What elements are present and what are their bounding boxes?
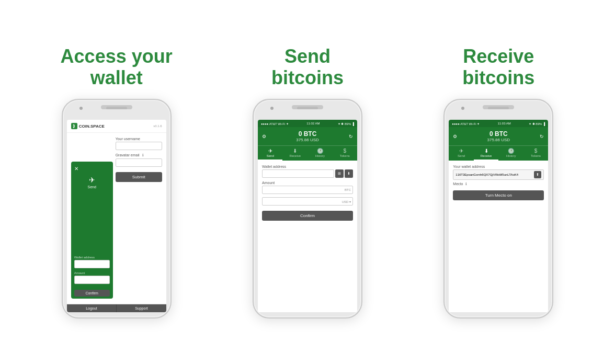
phone-receive: ●●●● AT&T Wi-Fi ✦ 11:03 AM ✦ ✱ 89% ▐ ⚙ 0…: [443, 99, 553, 318]
p3-send-tab-icon: ✈: [459, 148, 463, 154]
btc-amount-row: BTC: [262, 186, 353, 194]
wallet-address-display: 116T3EpsanGxmh6QX7QjVWxM5unLTAoK4 ⬆: [453, 169, 544, 180]
username-label: Your username: [116, 137, 162, 141]
gravatar-input[interactable]: [116, 158, 162, 167]
phone1-app-content: Your username Gravatar email ℹ Submit: [111, 133, 166, 304]
p3-history-tab-label: History: [506, 154, 516, 157]
btc-amount-input[interactable]: [262, 186, 353, 194]
section-title-wallet: Access your wallet: [61, 46, 173, 89]
section-send: Send bitcoins ●●●● AT&T Wi-Fi ✦ 11:02 AM…: [224, 46, 391, 319]
balance-btc: 0 BTC: [266, 130, 349, 138]
history-tab-icon: 🕐: [317, 148, 323, 154]
phone-inner-receive: ●●●● AT&T Wi-Fi ✦ 11:03 AM ✦ ✱ 89% ▐ ⚙ 0…: [449, 120, 548, 312]
phone-inner-wallet: ₿ COIN.SPACE v0.1.6 Your username Gravat…: [67, 120, 166, 312]
p3-balance-usd: 375.86 USD: [457, 138, 540, 142]
tokens-tab-label: Tokens: [340, 154, 350, 157]
sidebar-confirm-button[interactable]: Confirm: [74, 290, 110, 297]
p3-carrier-text: ●●●● AT&T Wi-Fi ✦: [452, 122, 480, 126]
amount-label-p2: Amount: [262, 181, 353, 185]
support-button[interactable]: Support: [117, 304, 166, 312]
p3-balance-btc: 0 BTC: [457, 130, 540, 138]
tokens-tab-icon: $: [343, 148, 346, 154]
section-wallet: Access your wallet ₿ COIN.SPACE v0.1.6: [33, 46, 200, 319]
section-title-send: Send bitcoins: [271, 46, 344, 89]
p3-tab-receive[interactable]: ⬇ Receive: [474, 146, 499, 161]
p3-settings-icon[interactable]: ⚙: [453, 134, 457, 139]
phone2-app-content: Wallet address ⊞ ⬇ Amount BTC USD ▾: [258, 161, 357, 312]
usd-amount-row: USD ▾: [262, 197, 353, 206]
mecto-help-icon: ℹ: [465, 182, 467, 186]
phone-inner-send: ●●●● AT&T Wi-Fi ✦ 11:02 AM ✦ ✱ 89% ▐ ⚙ 0…: [258, 120, 357, 312]
sidebar-close-icon[interactable]: ✕: [71, 166, 78, 172]
tab-send[interactable]: ✈ Send: [258, 146, 283, 161]
wallet-address-row: ⊞ ⬇: [262, 169, 353, 178]
send-tab-label: Send: [267, 154, 274, 157]
btc-label: BTC: [345, 188, 351, 191]
phone-wallet: ₿ COIN.SPACE v0.1.6 Your username Gravat…: [62, 99, 172, 318]
p3-receive-tab-icon: ⬇: [484, 148, 488, 154]
p3-receive-tab-label: Receive: [481, 154, 492, 157]
send-tab-icon: ✈: [268, 148, 272, 154]
phone3-nav-tabs: ✈ Send ⬇ Receive 🕐 History $ Tokens: [449, 145, 548, 161]
receive-tab-icon: ⬇: [293, 148, 297, 154]
p3-tab-send[interactable]: ✈ Send: [449, 146, 474, 161]
section-title-receive: Receive bitcoins: [462, 46, 534, 89]
sidebar-amount-input[interactable]: [74, 276, 110, 284]
tab-tokens[interactable]: $ Tokens: [332, 146, 357, 161]
phone3-app-header: ⚙ 0 BTC 375.86 USD ↻: [449, 127, 548, 145]
p3-battery-text: ✦ ✱ 89% ▐: [529, 122, 545, 126]
phone2-status-bar: ●●●● AT&T Wi-Fi ✦ 11:02 AM ✦ ✱ 89% ▐: [258, 120, 357, 127]
p3-history-tab-icon: 🕐: [508, 148, 514, 154]
wallet-address-value: 116T3EpsanGxmh6QX7QjVWxM5unLTAoK4: [455, 173, 533, 176]
tab-receive[interactable]: ⬇ Receive: [282, 146, 308, 161]
qr-scan-button[interactable]: ⊞: [335, 169, 344, 178]
phone2-speaker: [297, 107, 318, 109]
phone3-app-content: Your wallet address 116T3EpsanGxmh6QX7Qj…: [449, 161, 548, 312]
version-text: v0.1.6: [153, 124, 162, 128]
paste-address-button[interactable]: ⬇: [345, 169, 353, 178]
turn-mecto-button[interactable]: Turn Mecto on: [453, 190, 544, 200]
sidebar-wallet-label: Wallet address: [74, 256, 110, 259]
carrier-text: ●●●● AT&T Wi-Fi ✦: [261, 122, 289, 126]
copy-address-button[interactable]: ⬆: [534, 171, 541, 178]
page-wrapper: Access your wallet ₿ COIN.SPACE v0.1.6: [0, 0, 615, 364]
phone2-nav-tabs: ✈ Send ⬇ Receive 🕐 History $ Tokens: [258, 145, 357, 161]
gravatar-help-icon: ℹ: [142, 153, 144, 157]
phone3-status-bar: ●●●● AT&T Wi-Fi ✦ 11:03 AM ✦ ✱ 89% ▐: [449, 120, 548, 127]
usd-amount-input[interactable]: [262, 197, 353, 206]
wallet-address-input[interactable]: [262, 169, 334, 178]
username-input[interactable]: [116, 142, 162, 150]
submit-button[interactable]: Submit: [116, 172, 162, 182]
gravatar-label: Gravatar email ℹ: [116, 153, 162, 157]
section-receive: Receive bitcoins ●●●● AT&T Wi-Fi ✦ 11:03…: [415, 46, 582, 319]
p3-tab-tokens[interactable]: $ Tokens: [523, 146, 549, 161]
sidebar-send-item[interactable]: ✈ Send: [87, 176, 96, 189]
settings-icon[interactable]: ⚙: [262, 134, 266, 139]
your-wallet-label: Your wallet address: [453, 165, 544, 168]
logout-button[interactable]: Logout: [67, 304, 117, 312]
tab-history[interactable]: 🕐 History: [308, 146, 333, 161]
p3-balance-display: 0 BTC 375.86 USD: [457, 130, 540, 142]
p3-tokens-tab-label: Tokens: [531, 154, 541, 157]
p3-tab-history[interactable]: 🕐 History: [498, 146, 523, 161]
p3-refresh-icon[interactable]: ↻: [540, 134, 544, 139]
phone1-header: ₿ COIN.SPACE v0.1.6: [67, 120, 166, 133]
sidebar-wallet-input[interactable]: [74, 260, 110, 268]
balance-display: 0 BTC 375.86 USD: [266, 130, 349, 142]
confirm-button[interactable]: Confirm: [262, 211, 353, 221]
balance-usd: 375.86 USD: [266, 138, 349, 142]
receive-tab-label: Receive: [289, 154, 301, 157]
history-tab-label: History: [315, 154, 325, 157]
time-text: 11:02 AM: [306, 122, 320, 125]
sidebar-panel: ✕ ✈ Send Wallet address Amount Conf: [71, 162, 113, 299]
refresh-icon[interactable]: ↻: [349, 134, 353, 139]
coin-logo-icon: ₿: [71, 123, 77, 129]
wallet-address-label-p2: Wallet address: [262, 165, 353, 168]
usd-label: USD ▾: [342, 200, 351, 203]
p3-tokens-tab-icon: $: [534, 148, 538, 154]
mecto-label: Mecto ℹ: [453, 182, 544, 186]
phone1-bottom-bar: Logout Support: [67, 304, 166, 312]
p3-time-text: 11:03 AM: [497, 122, 510, 125]
coin-logo: ₿ COIN.SPACE: [71, 123, 105, 129]
phone-speaker: [106, 107, 127, 109]
